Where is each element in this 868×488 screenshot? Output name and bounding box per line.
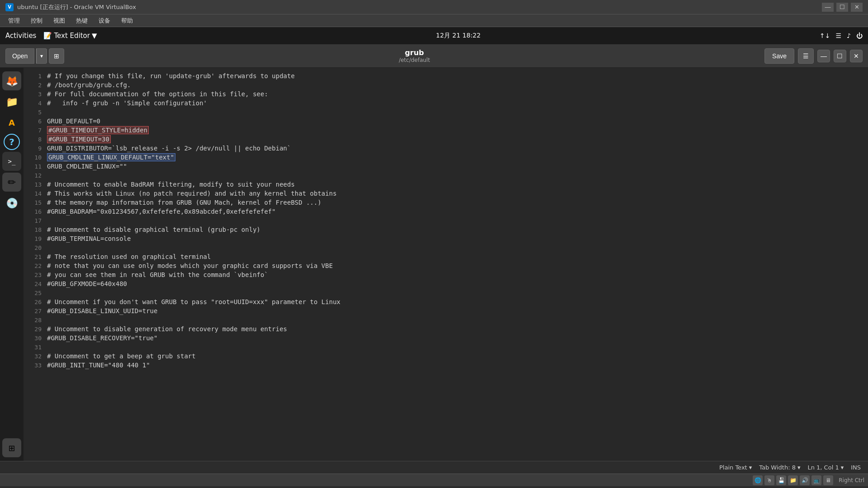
plain-text-status[interactable]: Plain Text ▾ [719, 464, 752, 471]
sidebar-icon-files[interactable]: 📁 [2, 92, 21, 111]
vbox-title-left: V ubuntu [正在运行] - Oracle VM VirtualBox [5, 3, 136, 11]
table-row: 22 # note that you can use only modes wh… [24, 261, 868, 270]
sidebar-icon-terminal[interactable]: >_ [2, 152, 21, 171]
gnome-settings-icon[interactable]: ☰ [835, 32, 841, 39]
vbox-statusbar: 🌐 🖱 💾 📁 🔊 📺 🖥 Right Ctrl [0, 474, 868, 486]
vbox-audio-icon[interactable]: 🔊 [800, 475, 810, 485]
vbox-title-text: ubuntu [正在运行] - Oracle VM VirtualBox [17, 3, 136, 11]
hamburger-menu-button[interactable]: ☰ [798, 48, 814, 64]
table-row: 15 # the memory map information from GRU… [24, 198, 868, 207]
vbox-display-icon[interactable]: 📺 [811, 475, 821, 485]
gnome-topbar: Activities 📝 Text Editor ▼ 12月 21 18:22 … [0, 27, 868, 44]
table-row: 11 GRUB_CMDLINE_LINUX="" [24, 162, 868, 171]
gedit-title-area: grub /etc/default [399, 48, 430, 63]
window-close-button[interactable]: ✕ [850, 50, 863, 62]
recent-files-button[interactable]: ⊞ [49, 48, 64, 64]
vbox-menu-help[interactable]: 帮助 [117, 16, 137, 26]
gnome-activities-button[interactable]: Activities [5, 32, 36, 40]
vbox-menu-device[interactable]: 设备 [94, 16, 115, 26]
gnome-topbar-right: ↑↓ ☰ ♪ ⏻ [820, 32, 863, 39]
tab-width-label: Tab Width: 8 [759, 464, 796, 471]
table-row: 30 #GRUB_DISABLE_RECOVERY="true" [24, 333, 868, 343]
table-row: 16 #GRUB_BADRAM="0x01234567,0xfefefefe,0… [24, 207, 868, 216]
table-row: 32 # Uncomment to get a beep at grub sta… [24, 352, 868, 361]
sidebar-icon-firefox[interactable]: 🦊 [2, 71, 21, 90]
editor-area: 🦊 📁 A ? >_ ✏ 💿 ⊞ 1 # If you change this … [0, 68, 868, 461]
plain-text-label: Plain Text [719, 464, 747, 471]
vbox-menu-view[interactable]: 视图 [49, 16, 70, 26]
vbox-maximize-button[interactable]: ☐ [836, 3, 848, 12]
table-row: 21 # The resolution used on graphical te… [24, 252, 868, 261]
table-row: 20 [24, 243, 868, 252]
table-row: 29 # Uncomment to disable generation of … [24, 324, 868, 333]
table-row: 23 # you can see them in real GRUB with … [24, 270, 868, 279]
table-row: 25 [24, 288, 868, 297]
table-row: 1 # If you change this file, run 'update… [24, 71, 868, 80]
vbox-mouse-icon[interactable]: 🖱 [764, 475, 774, 485]
table-row: 26 # Uncomment if you don't want GRUB to… [24, 297, 868, 306]
window-maximize-button[interactable]: ☐ [834, 50, 846, 62]
tab-width-arrow-icon: ▾ [797, 464, 801, 471]
gnome-power-icon[interactable]: ⏻ [856, 32, 863, 39]
right-ctrl-label: Right Ctrl [835, 477, 864, 483]
table-row: 8 #GRUB_TIMEOUT=30 [24, 135, 868, 144]
table-row: 3 # For full documentation of the option… [24, 89, 868, 99]
table-row: 28 [24, 315, 868, 324]
vbox-titlebar: V ubuntu [正在运行] - Oracle VM VirtualBox —… [0, 0, 868, 14]
vbox-menu-control[interactable]: 控制 [26, 16, 47, 26]
gnome-app-menu[interactable]: 📝 Text Editor ▼ [43, 32, 97, 40]
gedit-toolbar-left: Open ▾ ⊞ [5, 48, 64, 64]
table-row: 18 # Uncomment to disable graphical term… [24, 225, 868, 234]
table-row: 6 GRUB_DEFAULT=0 [24, 117, 868, 126]
vbox-folder-icon[interactable]: 📁 [788, 475, 798, 485]
ln-col-label: Ln 1, Col 1 [807, 464, 839, 471]
table-row: 19 #GRUB_TERMINAL=console [24, 234, 868, 243]
table-row: 7 #GRUB_TIMEOUT_STYLE=hidden [24, 126, 868, 135]
ln-col-status[interactable]: Ln 1, Col 1 ▾ [807, 464, 844, 471]
gnome-sidebar: 🦊 📁 A ? >_ ✏ 💿 ⊞ [0, 68, 24, 461]
table-row: 13 # Uncomment to enable BadRAM filterin… [24, 180, 868, 189]
table-row: 31 [24, 343, 868, 352]
table-row: 5 [24, 108, 868, 117]
file-name: grub [399, 48, 430, 57]
gnome-app-arrow-icon: ▼ [92, 32, 97, 40]
vbox-menu-manage[interactable]: 管理 [4, 16, 24, 26]
gnome-network-icon[interactable]: ↑↓ [820, 32, 830, 39]
vbox-network-icon[interactable]: 🌐 [753, 475, 763, 485]
plain-text-arrow-icon: ▾ [749, 464, 752, 471]
vbox-storage-icon[interactable]: 💾 [776, 475, 786, 485]
table-row: 12 [24, 171, 868, 180]
sidebar-icon-help[interactable]: ? [4, 134, 20, 150]
ins-status: INS [851, 464, 861, 471]
table-row: 24 #GRUB_GFXMODE=640x480 [24, 279, 868, 288]
gnome-volume-icon[interactable]: ♪ [847, 32, 851, 39]
open-dropdown-button[interactable]: ▾ [36, 48, 47, 64]
table-row: 14 # This works with Linux (no patch req… [24, 189, 868, 198]
sidebar-icon-text-editor[interactable]: ✏ [2, 173, 21, 192]
sidebar-icon-disc[interactable]: 💿 [2, 193, 21, 212]
status-bar: Plain Text ▾ Tab Width: 8 ▾ Ln 1, Col 1 … [0, 461, 868, 474]
gedit-toolbar-right: Save ☰ — ☐ ✕ [764, 48, 863, 64]
vbox-close-button[interactable]: ✕ [851, 3, 863, 12]
window-minimize-button[interactable]: — [817, 50, 830, 62]
sidebar-icon-app-center[interactable]: A [2, 113, 21, 132]
ln-col-arrow-icon: ▾ [841, 464, 844, 471]
vbox-minimize-button[interactable]: — [822, 3, 834, 12]
vbox-menu-hotkey[interactable]: 热键 [71, 16, 92, 26]
open-button[interactable]: Open [5, 48, 34, 64]
tab-width-status[interactable]: Tab Width: 8 ▾ [759, 464, 800, 471]
vbox-status-icons: 🌐 🖱 💾 📁 🔊 📺 🖥 Right Ctrl [753, 475, 864, 485]
table-row: 27 #GRUB_DISABLE_LINUX_UUID=true [24, 306, 868, 315]
gedit-toolbar: Open ▾ ⊞ grub /etc/default Save ☰ — ☐ ✕ [0, 44, 868, 68]
vbox-window-controls: — ☐ ✕ [822, 3, 863, 12]
save-button[interactable]: Save [764, 48, 794, 64]
table-row: 10 GRUB_CMDLINE_LINUX_DEFAULT="text" [24, 153, 868, 162]
vbox-menubar: 管理 控制 视图 热键 设备 帮助 [0, 14, 868, 27]
code-editor[interactable]: 1 # If you change this file, run 'update… [24, 68, 868, 461]
gnome-datetime[interactable]: 12月 21 18:22 [436, 32, 481, 40]
vbox-logo: V [5, 3, 14, 11]
table-row: 33 #GRUB_INIT_TUNE="480 440 1" [24, 361, 868, 370]
sidebar-icon-apps-grid[interactable]: ⊞ [2, 438, 21, 457]
vbox-screen-icon[interactable]: 🖥 [823, 475, 833, 485]
ins-label: INS [851, 464, 861, 471]
